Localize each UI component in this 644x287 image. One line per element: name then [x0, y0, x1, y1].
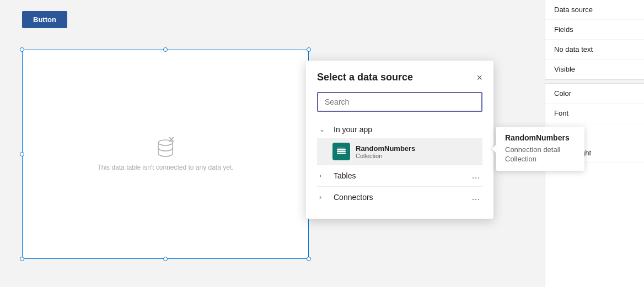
handle-bottom-right[interactable] — [307, 257, 311, 261]
tooltip-connection-detail: Connection detail — [505, 145, 576, 154]
tables-section-header[interactable]: › Tables … — [317, 165, 482, 186]
handle-top-right[interactable] — [307, 47, 311, 52]
database-icon — [154, 137, 176, 159]
tooltip-type: Collection — [505, 155, 576, 163]
panel-divider — [545, 79, 644, 84]
chevron-down-icon: ⌄ — [319, 126, 328, 133]
panel-item-font[interactable]: Font — [545, 104, 644, 123]
panel-item-fields[interactable]: Fields — [545, 20, 644, 40]
svg-rect-3 — [337, 149, 346, 150]
tooltip-title: RandomNumbers — [505, 133, 576, 142]
random-numbers-item[interactable]: RandomNumbers Collection — [317, 138, 482, 165]
tooltip-popup: RandomNumbers Connection detail Collecti… — [496, 127, 584, 171]
svg-rect-4 — [337, 151, 346, 153]
data-table-frame: This data table isn't connected to any d… — [22, 50, 309, 259]
data-source-dialog: Select a data source × ⌄ In your app Ran… — [306, 61, 493, 219]
data-table-content: This data table isn't connected to any d… — [23, 50, 308, 258]
no-data-label: This data table isn't connected to any d… — [97, 164, 233, 171]
in-your-app-section-header[interactable]: ⌄ In your app — [317, 121, 482, 138]
collection-icon — [332, 143, 350, 160]
collection-svg-icon — [336, 147, 346, 156]
handle-bottom-center[interactable] — [163, 257, 168, 261]
dialog-header: Select a data source × — [317, 72, 482, 83]
panel-item-color[interactable]: Color — [545, 84, 644, 104]
tooltip-arrow — [492, 144, 496, 153]
search-input[interactable] — [317, 92, 482, 112]
svg-rect-5 — [337, 153, 346, 154]
chevron-right-icon-connectors: › — [319, 193, 328, 201]
handle-middle-left[interactable] — [20, 152, 24, 156]
handle-bottom-left[interactable] — [20, 257, 24, 261]
connectors-section-header[interactable]: › Connectors … — [317, 186, 482, 208]
handle-top-left[interactable] — [20, 47, 24, 52]
tables-more-button[interactable]: … — [471, 171, 480, 181]
connectors-label: Connectors — [334, 193, 373, 202]
item-name: RandomNumbers — [356, 144, 480, 153]
chevron-right-icon-tables: › — [319, 172, 328, 180]
panel-item-no-data-text[interactable]: No data text — [545, 40, 644, 59]
connectors-more-button[interactable]: … — [471, 192, 480, 202]
panel-item-data-source[interactable]: Data source — [545, 0, 644, 20]
dialog-title: Select a data source — [317, 72, 413, 83]
dialog-close-button[interactable]: × — [476, 73, 482, 83]
svg-rect-6 — [337, 148, 345, 149]
button-widget[interactable]: Button — [22, 11, 67, 28]
item-subtitle: Collection — [356, 153, 480, 159]
tables-label: Tables — [334, 171, 356, 180]
canvas-area: Button This data table isn't connected t… — [0, 0, 545, 287]
handle-top-center[interactable] — [163, 47, 168, 52]
panel-item-visible[interactable]: Visible — [545, 59, 644, 79]
in-your-app-label: In your app — [334, 125, 372, 134]
item-details: RandomNumbers Collection — [356, 144, 480, 159]
